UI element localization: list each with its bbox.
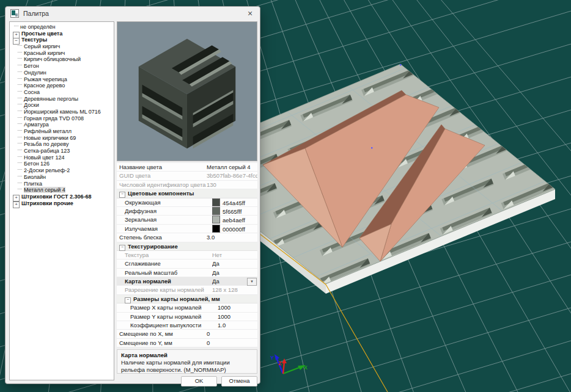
close-button[interactable]: × (244, 7, 256, 20)
tree-item[interactable]: −Текстуры (10, 37, 114, 43)
property-value[interactable]: 0 (207, 339, 257, 347)
tree-item[interactable]: Металл серый 4 (10, 187, 114, 194)
tree-branch-line (18, 189, 22, 190)
property-row[interactable]: Карта нормалейДа▾ (117, 277, 257, 286)
tree-item[interactable]: Серый кирпич (10, 43, 114, 50)
property-value[interactable]: Нет (212, 251, 257, 259)
tree-item-label: Красный кирпич (24, 50, 65, 56)
property-value[interactable]: 1000 (218, 303, 257, 311)
tree-item[interactable]: Новые кирпичики 69 (10, 135, 114, 142)
property-row[interactable]: Зеркальнаяaeb4aeff (117, 216, 257, 224)
property-value[interactable]: 128 x 128 (212, 286, 257, 294)
property-row[interactable]: Степень блеска3.0 (117, 233, 257, 242)
tree-item-label: Горная гряда TVD 0708 (24, 115, 84, 122)
property-row[interactable]: Размер Y карты нормалей1000 (117, 313, 257, 321)
property-row[interactable]: Смещение по Y, мм0 (117, 339, 257, 347)
tree-branch-line (18, 143, 22, 144)
color-swatch[interactable] (212, 216, 220, 223)
property-row[interactable]: Коэффициент выпуклости1.0 (117, 321, 257, 330)
property-value[interactable]: Да (212, 260, 257, 267)
tree-item[interactable]: +Штриховки ГОСТ 2.306-68 (10, 194, 114, 200)
property-group-header[interactable]: −Цветовые компоненты (117, 189, 257, 198)
tree-item[interactable]: 2-Доски рельеф-2 (10, 167, 114, 174)
collapse-icon[interactable]: − (125, 297, 131, 303)
snap-point-dot (400, 64, 401, 65)
tree-item[interactable]: Сетка-рабица 123 (10, 148, 114, 154)
tree-item-label: Новые кирпичики 69 (24, 135, 76, 141)
expand-icon[interactable]: + (13, 201, 20, 208)
property-label: Размер X карты нормалей (117, 303, 218, 311)
tree-item[interactable]: Йоркширский камень ML 0716 (10, 109, 114, 115)
tree-branch-line (14, 26, 18, 27)
property-value[interactable]: 1.0 (218, 321, 257, 329)
tree-item[interactable]: Плитка (10, 181, 114, 187)
tree-item[interactable]: Кирпич облицовочный (10, 56, 114, 63)
tree-branch-line (18, 45, 22, 46)
property-value[interactable]: 000000ff (212, 225, 257, 233)
tree-item[interactable]: Арматура (10, 122, 114, 128)
tree-item[interactable]: Биолайн (10, 174, 114, 181)
property-value[interactable]: 0 (207, 330, 257, 338)
tree-item[interactable]: Резьба по дереву (10, 141, 114, 148)
property-value[interactable]: 454a45ff (212, 198, 257, 206)
tree-branch-line (18, 156, 22, 158)
tree-item-label: Биолайн (24, 174, 46, 180)
tree-item-label: Металл серый 4 (24, 187, 65, 193)
property-group-label: Цветовые компоненты (128, 190, 194, 197)
property-row[interactable]: Излучаемая000000ff (117, 225, 257, 233)
property-row[interactable]: Диффузная5f665fff (117, 207, 257, 216)
property-row[interactable]: ТекстураНет (117, 251, 257, 260)
cancel-button[interactable]: Отмена (221, 376, 257, 387)
property-label: Название цвета (117, 163, 207, 171)
property-value[interactable]: 3b507fab-86e7-4fcd-a... (207, 172, 257, 180)
tree-item[interactable]: Сосна (10, 89, 114, 96)
property-value[interactable]: Металл серый 4 (207, 163, 257, 171)
ok-button[interactable]: OK (181, 376, 217, 387)
property-row[interactable]: Числовой идентификатор цвета130 (117, 181, 257, 189)
tree-item[interactable]: Новый цвет 124 (10, 154, 114, 161)
color-swatch[interactable] (212, 207, 220, 215)
property-value[interactable]: aeb4aeff (212, 216, 257, 223)
tree-item[interactable]: Красное дерево (10, 82, 114, 89)
property-row[interactable]: GUID цвета3b507fab-86e7-4fcd-a... (117, 172, 257, 180)
property-group-header[interactable]: −Текстурирование (117, 242, 257, 251)
property-value[interactable]: Да (212, 269, 257, 277)
tree-item[interactable]: Красный кирпич (10, 50, 114, 57)
tree-item[interactable]: не определён (10, 24, 114, 31)
dropdown-button[interactable]: ▾ (247, 278, 257, 286)
property-row[interactable]: Разрешение карты нормалей128 x 128 (117, 286, 257, 294)
dialog-titlebar[interactable]: Палитра × (6, 7, 260, 20)
tree-item[interactable]: Доски (10, 102, 114, 109)
tree-item-label: Доски (24, 102, 39, 108)
property-row[interactable]: Реальный масштабДа (117, 269, 257, 277)
property-value[interactable]: 130 (207, 181, 257, 189)
property-row[interactable]: Окружающая454a45ff (117, 198, 257, 207)
tree-branch-line (18, 176, 22, 177)
property-row[interactable]: Название цветаМеталл серый 4 (117, 163, 257, 172)
tree-item[interactable]: Горная гряда TVD 0708 (10, 115, 114, 122)
tree-item-label: Текстуры (21, 37, 47, 43)
tree-item[interactable]: +Штриховки прочие (10, 200, 114, 207)
property-row[interactable]: Размер X карты нормалей1000 (117, 303, 257, 312)
tree-branch-line (18, 71, 22, 73)
tree-item[interactable]: Бетон 126 (10, 161, 114, 167)
property-value[interactable]: 3.0 (207, 233, 257, 241)
tree-item[interactable]: Рыжая черепица (10, 76, 114, 83)
color-swatch[interactable] (212, 198, 220, 206)
tree-item[interactable]: Бетон (10, 63, 114, 70)
property-value[interactable]: 5f665fff (212, 207, 257, 215)
tree-item[interactable]: Рифлёный металл (10, 128, 114, 135)
tree-item-label: 2-Доски рельеф-2 (24, 167, 70, 173)
tree-item-label: Простые цвета (21, 31, 62, 37)
property-group-header[interactable]: −Размеры карты нормалей, мм (117, 295, 257, 303)
tree-item[interactable]: Деревянные перголы (10, 96, 114, 103)
property-row[interactable]: Смещение по X, мм0 (117, 330, 257, 338)
tree-item[interactable]: +Простые цвета (10, 31, 114, 37)
collapse-icon[interactable]: − (119, 192, 125, 198)
property-value[interactable]: 1000 (218, 313, 257, 321)
collapse-icon[interactable]: − (119, 245, 125, 251)
property-row[interactable]: СглаживаниеДа (117, 260, 257, 268)
tree-branch-line (18, 150, 22, 151)
tree-item[interactable]: Ондулин (10, 70, 114, 76)
color-swatch[interactable] (212, 225, 220, 233)
